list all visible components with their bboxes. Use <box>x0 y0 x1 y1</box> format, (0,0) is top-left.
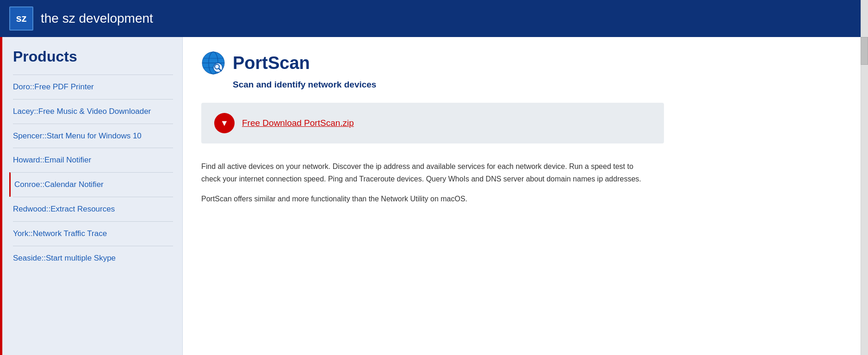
scrollbar-thumb[interactable] <box>861 37 868 65</box>
description-paragraph-1: Find all active devices on your network.… <box>201 160 645 185</box>
sidebar-link-redwood[interactable]: Redwood::Extract Resources <box>13 205 115 213</box>
logo: sz <box>9 6 33 31</box>
sidebar-accent <box>0 37 2 355</box>
header: sz the sz development <box>0 0 868 37</box>
sidebar-item-howard[interactable]: Howard::Email Notifier <box>13 148 173 172</box>
product-subtitle: Scan and identify network devices <box>233 80 842 90</box>
product-icon <box>201 51 225 75</box>
sidebar: Products Doro::Free PDF Printer Lacey::F… <box>0 37 183 355</box>
scrollbar[interactable] <box>861 0 868 355</box>
sidebar-link-york[interactable]: York::Network Traffic Trace <box>13 229 107 238</box>
sidebar-link-lacey[interactable]: Lacey::Free Music & Video Downloader <box>13 107 151 116</box>
sidebar-link-seaside[interactable]: Seaside::Start multiple Skype <box>13 254 116 262</box>
sidebar-item-lacey[interactable]: Lacey::Free Music & Video Downloader <box>13 99 173 124</box>
main-content: PortScan Scan and identify network devic… <box>183 37 861 355</box>
sidebar-item-seaside[interactable]: Seaside::Start multiple Skype <box>13 246 173 270</box>
download-icon <box>214 113 235 133</box>
sidebar-item-spencer[interactable]: Spencer::Start Menu for Windows 10 <box>13 124 173 148</box>
main-layout: Products Doro::Free PDF Printer Lacey::F… <box>0 37 868 355</box>
sidebar-title: Products <box>13 48 173 65</box>
site-title: the sz development <box>41 11 153 26</box>
sidebar-item-york[interactable]: York::Network Traffic Trace <box>13 221 173 246</box>
description-paragraph-2: PortScan offers similar and more functio… <box>201 193 645 205</box>
sidebar-item-conroe[interactable]: Conroe::Calendar Notifier <box>9 172 173 197</box>
sidebar-item-redwood[interactable]: Redwood::Extract Resources <box>13 197 173 221</box>
download-link[interactable]: Free Download PortScan.zip <box>242 118 354 128</box>
sidebar-link-howard[interactable]: Howard::Email Notifier <box>13 156 91 164</box>
sidebar-link-conroe[interactable]: Conroe::Calendar Notifier <box>14 180 104 189</box>
sidebar-link-doro[interactable]: Doro::Free PDF Printer <box>13 82 94 91</box>
download-box: Free Download PortScan.zip <box>201 103 664 143</box>
sidebar-item-doro[interactable]: Doro::Free PDF Printer <box>13 75 173 99</box>
sidebar-link-spencer[interactable]: Spencer::Start Menu for Windows 10 <box>13 131 142 140</box>
description-text: Find all active devices on your network.… <box>201 160 645 206</box>
product-title: PortScan <box>233 53 310 73</box>
product-header: PortScan <box>201 51 842 75</box>
